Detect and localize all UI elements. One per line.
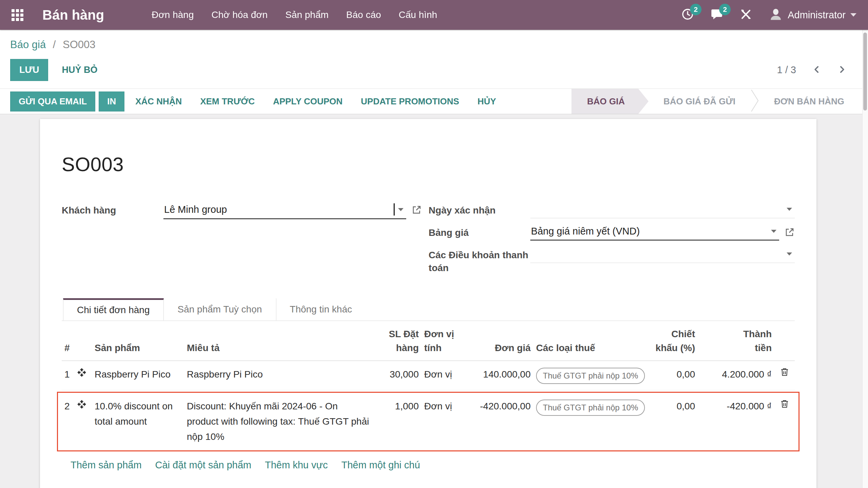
customer-dropdown-icon[interactable] (398, 208, 403, 211)
breadcrumb: Báo giá / SO003 (10, 39, 858, 51)
header-subtotal[interactable]: Thành tiền (698, 327, 774, 360)
breadcrumb-separator: / (53, 39, 56, 50)
header-index: # (62, 341, 77, 361)
payment-terms-field[interactable] (530, 247, 795, 263)
header-qty[interactable]: SL Đặt hàng (374, 327, 421, 360)
messages-button[interactable]: 2 (710, 8, 723, 22)
add-product-link[interactable]: Thêm sản phẩm (71, 460, 142, 471)
stage-sales-order[interactable]: ĐƠN BÁN HÀNG (759, 89, 859, 114)
menu-products[interactable]: Sản phẩm (285, 9, 329, 20)
customer-label: Khách hàng (62, 202, 163, 217)
row-qty[interactable]: 30,000 (374, 361, 421, 388)
save-button[interactable]: LƯU (10, 59, 48, 81)
activities-button[interactable]: 2 (681, 8, 694, 22)
tax-badge[interactable]: Thuế GTGT phải nộp 10% (536, 368, 645, 384)
order-line-row-2-highlighted[interactable]: 2 10.0% discount on total amount Discoun… (57, 392, 800, 451)
customer-external-link-icon[interactable] (412, 205, 422, 216)
order-line-row-1[interactable]: 1 Raspberry Pi Pico Raspberry Pi Pico 30… (62, 361, 795, 390)
cancel-button[interactable]: HỦY (470, 92, 504, 111)
pricelist-external-link-icon[interactable] (785, 227, 795, 239)
stage-quotation[interactable]: BÁO GIÁ (571, 89, 648, 114)
send-by-email-button[interactable]: GỬI QUA EMAIL (10, 92, 95, 111)
avatar (769, 7, 783, 23)
confirm-date-dropdown-icon[interactable] (787, 208, 792, 211)
add-note-link[interactable]: Thêm một ghi chú (341, 460, 420, 471)
vertical-scrollbar[interactable] (862, 30, 868, 488)
header-unit-price[interactable]: Đơn giá (466, 341, 533, 361)
row-subtotal: 4.200.000 ₫ (698, 361, 774, 388)
row-index: 2 (62, 393, 77, 420)
app-title[interactable]: Bán hàng (42, 7, 104, 23)
stage-quotation-sent[interactable]: BÁO GIÁ ĐÃ GỬI (649, 89, 750, 114)
row-taxes[interactable]: Thuế GTGT phải nộp 10% (533, 361, 645, 390)
order-lines-table: # Sản phẩm Miêu tả SL Đặt hàng Đơn vị tí… (62, 323, 795, 452)
menu-to-invoice[interactable]: Chờ hóa đơn (211, 9, 268, 20)
row-uom[interactable]: Đơn vị (421, 361, 466, 388)
tax-badge[interactable]: Thuế GTGT phải nộp 10% (536, 400, 645, 416)
row-unit-price[interactable]: 140.000,00 (466, 361, 533, 388)
print-button[interactable]: IN (99, 92, 124, 111)
header-description[interactable]: Miêu tả (184, 341, 374, 361)
developer-tools-icon[interactable] (739, 8, 752, 22)
pager: 1 / 3 (777, 64, 858, 76)
row-product[interactable]: 10.0% discount on total amount (92, 393, 184, 435)
menu-reporting[interactable]: Báo cáo (346, 9, 381, 20)
pager-next-button[interactable] (837, 65, 846, 75)
row-uom[interactable]: Đơn vị (421, 393, 466, 420)
row-index: 1 (62, 361, 77, 388)
drag-handle-icon[interactable] (77, 393, 92, 417)
header-taxes[interactable]: Các loại thuế (533, 341, 645, 361)
menu-orders[interactable]: Đơn hàng (152, 9, 194, 20)
row-discount[interactable]: 0,00 (645, 361, 698, 388)
pricelist-label: Bảng giá (429, 224, 530, 239)
breadcrumb-current: SO003 (63, 39, 96, 50)
user-name: Administrator (788, 9, 846, 21)
stage-pipeline: BÁO GIÁ BÁO GIÁ ĐÃ GỬI ĐƠN BÁN HÀNG (571, 89, 868, 114)
tab-order-lines[interactable]: Chi tiết đơn hàng (63, 298, 164, 321)
confirm-date-label: Ngày xác nhận (429, 202, 530, 217)
update-promotions-button[interactable]: UPDATE PROMOTIONS (353, 92, 467, 111)
menu-configuration[interactable]: Cấu hình (399, 9, 437, 20)
header-discount[interactable]: Chiết khấu (%) (645, 327, 698, 360)
header-actions (774, 355, 795, 361)
form-sheet: SO003 Khách hàng Lê Minh group (40, 119, 816, 488)
payment-terms-dropdown-icon[interactable] (787, 252, 792, 256)
tab-optional-products[interactable]: Sản phẩm Tuỳ chọn (164, 298, 276, 321)
row-description[interactable]: Discount: Khuyến mãi 2024-06 - On produc… (184, 393, 374, 450)
tab-other-info[interactable]: Thông tin khác (276, 298, 366, 321)
add-section-link[interactable]: Thêm khu vực (265, 460, 328, 471)
row-description[interactable]: Raspberry Pi Pico (184, 361, 374, 388)
pricelist-dropdown-icon[interactable] (771, 230, 776, 233)
customer-value[interactable]: Lê Minh group (164, 204, 393, 215)
confirm-button[interactable]: XÁC NHẬN (128, 92, 189, 111)
row-qty[interactable]: 1,000 (374, 393, 421, 420)
discard-button[interactable]: HUỶ BỎ (62, 65, 97, 75)
pricelist-value[interactable]: Bảng giá niêm yết (VND) (531, 226, 768, 237)
row-unit-price[interactable]: -420.000,00 (466, 393, 533, 420)
configure-product-link[interactable]: Cài đặt một sản phẩm (155, 460, 252, 471)
delete-line-icon[interactable] (774, 393, 795, 416)
user-menu[interactable]: Administrator (769, 7, 856, 23)
drag-handle-icon[interactable] (77, 361, 92, 385)
chevron-down-icon (850, 13, 856, 17)
scrollbar-thumb[interactable] (863, 33, 867, 110)
apply-coupon-button[interactable]: APPLY COUPON (265, 92, 350, 111)
delete-line-icon[interactable] (774, 361, 795, 385)
row-discount[interactable]: 0,00 (645, 393, 698, 420)
breadcrumb-quotations-link[interactable]: Báo giá (10, 39, 46, 50)
pager-previous-button[interactable] (812, 65, 821, 75)
apps-grid-icon[interactable] (12, 9, 23, 21)
customer-field[interactable]: Lê Minh group (163, 202, 406, 219)
confirm-date-field[interactable] (530, 202, 795, 218)
notebook-tabs: Chi tiết đơn hàng Sản phẩm Tuỳ chọn Thôn… (62, 298, 795, 321)
order-title: SO003 (62, 153, 795, 176)
header-uom[interactable]: Đơn vị tính (421, 327, 466, 360)
row-subtotal: -420.000 ₫ (698, 393, 774, 420)
table-header-row: # Sản phẩm Miêu tả SL Đặt hàng Đơn vị tí… (62, 323, 795, 361)
row-product[interactable]: Raspberry Pi Pico (92, 361, 184, 388)
pricelist-field[interactable]: Bảng giá niêm yết (VND) (530, 224, 779, 241)
header-product[interactable]: Sản phẩm (92, 341, 184, 361)
pager-count: 1 / 3 (777, 64, 796, 76)
row-taxes[interactable]: Thuế GTGT phải nộp 10% (533, 393, 645, 422)
preview-button[interactable]: XEM TRƯỚC (193, 92, 262, 111)
